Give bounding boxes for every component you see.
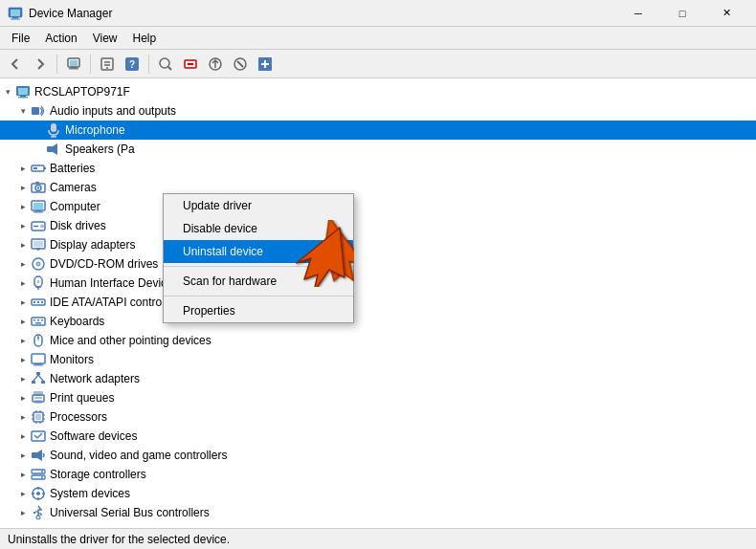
svg-point-98 <box>41 471 43 472</box>
svg-rect-29 <box>51 123 56 132</box>
svg-rect-108 <box>33 512 35 514</box>
menu-view[interactable]: View <box>85 30 125 47</box>
batteries-expand <box>15 164 31 173</box>
context-menu-update-driver[interactable]: Update driver <box>164 194 353 217</box>
cameras-expand <box>15 183 31 192</box>
tree-item-dvdrom[interactable]: DVD/CD-ROM drives <box>0 254 756 274</box>
computer-expand <box>15 202 31 211</box>
svg-rect-34 <box>44 167 46 169</box>
scan-button[interactable] <box>154 53 177 76</box>
tree-item-mice[interactable]: Mice and other pointing devices <box>0 331 756 350</box>
hid-expand <box>15 278 31 288</box>
svg-point-14 <box>160 58 169 68</box>
menu-file[interactable]: File <box>4 30 37 47</box>
mouse-icon <box>31 333 46 348</box>
svg-rect-61 <box>41 301 43 303</box>
context-menu-sep1 <box>164 266 353 267</box>
tree-item-ide[interactable]: IDE ATA/ATAPI controllers <box>0 293 756 312</box>
tree-item-microphone[interactable]: Microphone <box>0 121 756 140</box>
tree-item-keyboards[interactable]: Keyboards <box>0 312 756 331</box>
status-bar: Uninstalls the driver for the selected d… <box>0 528 756 549</box>
svg-rect-35 <box>33 167 37 169</box>
tree-panel[interactable]: RCSLAPTOP971F Audio inputs and outputs <box>0 78 756 528</box>
ide-icon <box>31 295 46 310</box>
svg-point-53 <box>37 263 39 265</box>
root-label: RCSLAPTOP971F <box>34 85 130 99</box>
tree-item-processors[interactable]: Processors <box>0 407 756 427</box>
network-expand <box>15 374 31 384</box>
svg-rect-26 <box>20 96 26 97</box>
tree-item-sound[interactable]: Sound, video and game controllers <box>0 446 756 465</box>
tree-item-softwaredevices[interactable]: Software devices <box>0 427 756 446</box>
tree-item-batteries[interactable]: Batteries <box>0 159 756 178</box>
svg-line-94 <box>37 433 42 438</box>
mice-expand <box>15 336 31 345</box>
tree-item-usb[interactable]: Universal Serial Bus controllers <box>0 503 756 522</box>
properties-button[interactable] <box>96 53 119 76</box>
close-button[interactable]: ✕ <box>704 0 748 27</box>
root-expand-arrow <box>0 87 15 97</box>
help-button[interactable]: ? <box>121 53 144 76</box>
usb-expand <box>15 508 31 517</box>
diskdrives-label: Disk drives <box>50 219 106 232</box>
svg-point-101 <box>36 492 40 495</box>
svg-rect-95 <box>32 452 37 458</box>
tree-item-hid[interactable]: Human Interface Devices <box>0 274 756 293</box>
up-button[interactable] <box>62 53 85 76</box>
title-controls: ─ □ ✕ <box>616 0 748 27</box>
context-menu: Update driver Disable device Uninstall d… <box>163 193 354 323</box>
svg-rect-7 <box>69 68 78 69</box>
computer-icon <box>31 199 46 214</box>
tree-item-diskdrives[interactable]: Disk drives <box>0 216 756 235</box>
menu-help[interactable]: Help <box>125 30 165 47</box>
batteries-label: Batteries <box>50 162 95 175</box>
tree-item-network[interactable]: Network adapters <box>0 369 756 388</box>
svg-point-69 <box>37 337 39 339</box>
uninstall-button[interactable] <box>179 53 202 76</box>
network-icon <box>31 371 46 386</box>
minimize-button[interactable]: ─ <box>616 0 660 27</box>
svg-line-76 <box>33 375 38 381</box>
tree-item-computer[interactable]: Computer <box>0 197 756 216</box>
svg-rect-65 <box>41 319 43 321</box>
systemdevices-label: System devices <box>50 487 130 500</box>
context-menu-properties[interactable]: Properties <box>164 299 353 322</box>
context-menu-scan-hardware[interactable]: Scan for hardware <box>164 270 353 293</box>
mice-label: Mice and other pointing devices <box>50 334 211 347</box>
software-expand <box>15 431 31 441</box>
tree-item-printqueues[interactable]: Print queues <box>0 388 756 407</box>
tree-item-monitors[interactable]: Monitors <box>0 350 756 369</box>
title-bar: Device Manager ─ □ ✕ <box>0 0 756 27</box>
back-button[interactable] <box>4 53 27 76</box>
storage-icon <box>31 467 46 482</box>
usb-icon <box>31 505 46 520</box>
svg-line-77 <box>38 375 43 381</box>
tree-item-cameras[interactable]: Cameras <box>0 178 756 197</box>
toolbar-sep-3 <box>148 55 149 74</box>
monitors-expand <box>15 355 31 364</box>
svg-line-20 <box>237 61 243 67</box>
tree-item-systemdevices[interactable]: System devices <box>0 484 756 503</box>
hid-icon <box>31 275 46 291</box>
tree-item-speakers[interactable]: Speakers (Pa <box>0 140 756 159</box>
svg-rect-25 <box>18 88 28 95</box>
sound-expand <box>15 450 31 460</box>
display-expand <box>15 240 31 250</box>
add-hardware-button[interactable] <box>254 53 277 76</box>
tree-item-storagecontrollers[interactable]: Storage controllers <box>0 465 756 484</box>
update-driver-button[interactable] <box>204 53 227 76</box>
tree-item-audio[interactable]: Audio inputs and outputs <box>0 101 756 121</box>
main-area: PC RCSLAPTOP971F <box>0 78 756 528</box>
disable-button[interactable] <box>229 53 252 76</box>
svg-rect-1 <box>11 10 20 16</box>
menu-action[interactable]: Action <box>37 30 84 47</box>
context-menu-uninstall-device[interactable]: Uninstall device <box>164 240 353 263</box>
toolbar-sep-1 <box>56 55 57 74</box>
cameras-icon <box>31 180 46 195</box>
tree-item-displayadapters[interactable]: Display adapters <box>0 235 756 254</box>
forward-button[interactable] <box>29 53 52 76</box>
svg-rect-71 <box>35 363 41 364</box>
tree-root[interactable]: RCSLAPTOP971F <box>0 82 756 101</box>
maximize-button[interactable]: □ <box>660 0 704 27</box>
context-menu-disable-device[interactable]: Disable device <box>164 217 353 240</box>
